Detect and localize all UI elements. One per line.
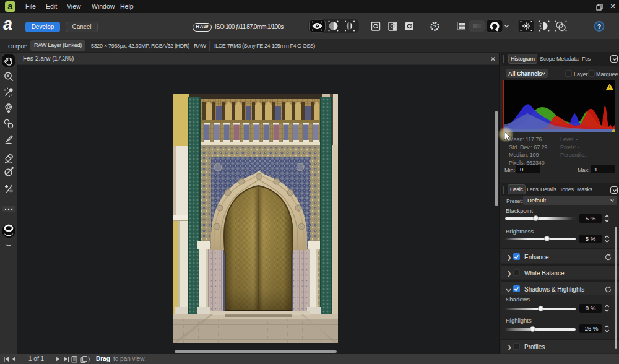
svg-text:?: ? (597, 23, 601, 30)
svg-text:?: ? (433, 24, 437, 30)
